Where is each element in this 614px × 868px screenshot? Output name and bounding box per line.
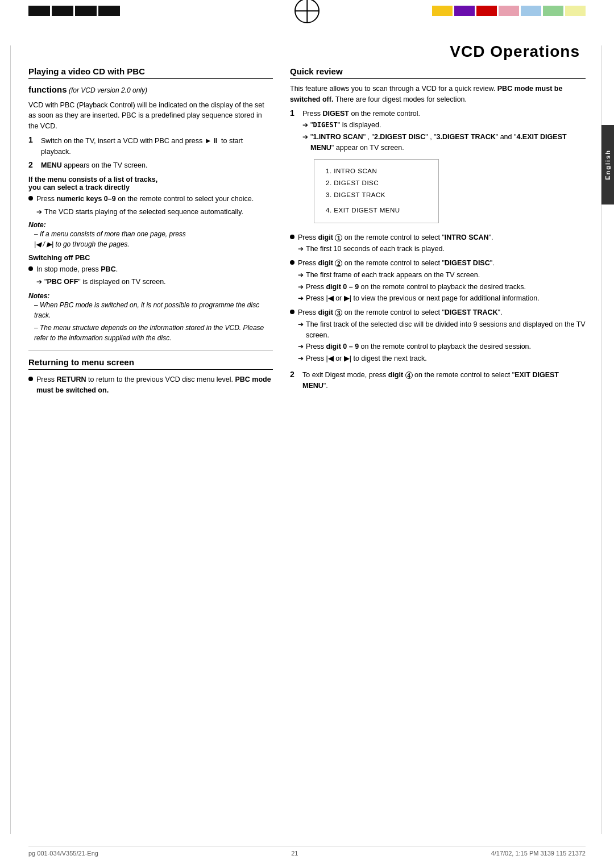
note-text-1: – If a menu consists of more than one pa… <box>28 229 273 249</box>
arrow-digit3a: ➔ The first track of the selected disc w… <box>298 319 586 341</box>
digit-circle-4: 4 <box>405 372 413 379</box>
section-divider <box>28 350 273 350</box>
step-2: 2 MENU appears on the TV screen. <box>28 160 273 171</box>
switching-heading: Switching off PBC <box>28 254 273 262</box>
quick-review-intro: This feature allows you to scan through … <box>290 84 586 105</box>
qr-step-2-num: 2 <box>290 370 298 379</box>
digest-item-2: 2. DIGEST DISC <box>326 177 427 189</box>
functions-italic: (for VCD version 2.0 only) <box>69 86 147 94</box>
note-label-1: Note: <box>28 221 273 229</box>
arrow-digit3c-text: Press |◀ or ▶| to digest the next track. <box>306 353 427 364</box>
step-2-content: MENU appears on the TV screen. <box>41 160 273 171</box>
color-block-pink <box>499 6 519 16</box>
bullet-digit2: Press digit 2 on the remote control to s… <box>290 258 586 305</box>
digest-item-3: 3. DIGEST TRACK <box>326 189 427 201</box>
footer-right: 4/17/02, 1:15 PM 3139 115 21372 <box>491 850 586 857</box>
bullet-digit1: Press digit 1 on the remote control to s… <box>290 232 586 256</box>
arrow-digit1-text: The first 10 seconds of each track is pl… <box>306 244 445 254</box>
left-color-group <box>0 6 120 16</box>
color-block-3 <box>75 6 97 16</box>
language-label: English <box>604 149 611 180</box>
bullet-digit2-content: Press digit 2 on the remote control to s… <box>298 258 586 305</box>
footer: pg 001-034/V355/21-Eng 21 4/17/02, 1:15 … <box>28 846 586 857</box>
crosshair <box>294 0 320 23</box>
arrow-sym-10: ➔ <box>298 341 304 352</box>
digit-circle-2: 2 <box>335 260 342 267</box>
arrow-digit3a-text: The first track of the selected disc wil… <box>306 319 586 341</box>
qr-arrow-digest-options: ➔ "1.INTRO SCAN" , "2.DIGEST DISC" , "3.… <box>302 132 586 153</box>
arrow-pbc-text: "PBC OFF" is displayed on TV screen. <box>44 277 166 287</box>
bullet-dot-d2 <box>290 260 294 265</box>
qr-step-1-num: 1 <box>290 108 298 118</box>
bullet-dot-1 <box>28 196 33 201</box>
page-border-left <box>10 45 11 834</box>
qr-step-1: 1 Press DIGEST on the remote control. ➔ … <box>290 108 586 229</box>
color-block-red <box>476 6 497 16</box>
digest-item-1: 1. INTRO SCAN <box>326 165 427 177</box>
bullet-dot-d3 <box>290 310 294 314</box>
arrow-digit3b-text: Press digit 0 – 9 on the remote control … <box>306 341 531 352</box>
returning-section-title: Returning to menu screen <box>28 357 273 370</box>
step-2-num: 2 <box>28 160 36 169</box>
qr-step-2-content: To exit Digest mode, press digit 4 on th… <box>302 370 586 391</box>
arrow-sym-3: ➔ <box>302 120 308 131</box>
crosshair-circle <box>294 0 320 23</box>
qr-arrow-digest-shown: ➔ "DIGEST" is displayed. <box>302 120 586 131</box>
color-block-lightblue <box>521 6 541 16</box>
digit-circle-3: 3 <box>335 309 342 316</box>
arrow-digit2b: ➔ Press digit 0 – 9 on the remote contro… <box>298 282 586 293</box>
quick-review-title: Quick review <box>290 66 586 79</box>
color-block-purple <box>454 6 475 16</box>
functions-label: functions <box>28 85 67 94</box>
bullet-dot-d1 <box>290 235 294 239</box>
footer-center: 21 <box>291 850 298 857</box>
arrow-sym-7: ➔ <box>298 282 304 293</box>
page-title: VCD Operations <box>450 43 580 60</box>
bullet-dot-2 <box>28 266 33 271</box>
arrow-digit3b: ➔ Press digit 0 – 9 on the remote contro… <box>298 341 586 352</box>
arrow-digit3c: ➔ Press |◀ or ▶| to digest the next trac… <box>298 353 586 364</box>
notes-label-2: Notes: <box>28 292 273 300</box>
arrow-sym-11: ➔ <box>298 353 304 364</box>
bullet-digit3: Press digit 3 on the remote control to s… <box>290 307 586 365</box>
qr-digest-shown-text: "DIGEST" is displayed. <box>310 120 381 131</box>
arrow-digit1: ➔ The first 10 seconds of each track is … <box>298 244 586 254</box>
intro-text: VCD with PBC (Playback Control) will be … <box>28 100 273 132</box>
left-column: Playing a video CD with PBC functions (f… <box>28 66 273 398</box>
arrow-digit2c: ➔ Press |◀ or ▶| to view the previous or… <box>298 293 586 304</box>
bullet-numeric-content: Press numeric keys 0–9 on the remote con… <box>36 194 273 205</box>
playing-section-title: Playing a video CD with PBC <box>28 66 273 79</box>
arrow-digit2a: ➔ The first frame of each track appears … <box>298 270 586 281</box>
color-block-1 <box>28 6 50 16</box>
color-block-lightyellow <box>565 6 586 16</box>
right-column: Quick review This feature allows you to … <box>290 66 586 398</box>
color-strips-row <box>0 6 614 16</box>
digest-menu-box: 1. INTRO SCAN 2. DIGEST DISC 3. DIGEST T… <box>314 159 439 223</box>
bullet-return: Press RETURN to return to the previous V… <box>28 374 273 396</box>
arrow-sym-5: ➔ <box>298 244 304 254</box>
main-content: Playing a video CD with PBC functions (f… <box>0 66 614 398</box>
notes-section-2: Notes: – When PBC mode is switched on, i… <box>28 292 273 343</box>
step-1-num: 1 <box>28 135 36 144</box>
footer-left: pg 001-034/V355/21-Eng <box>28 850 98 857</box>
color-block-yellow <box>432 6 453 16</box>
step-1-content: Switch on the TV, insert a VCD with PBC … <box>41 135 273 157</box>
bullet-dot-3 <box>28 377 33 381</box>
arrow-sym-1: ➔ <box>36 207 42 218</box>
header-wrapper <box>0 0 614 34</box>
qr-digest-options-text: "1.INTRO SCAN" , "2.DIGEST DISC" , "3.DI… <box>310 132 586 153</box>
bullet-pbc-content: In stop mode, press PBC. <box>36 264 273 275</box>
arrow-vcd-text: The VCD starts playing of the selected s… <box>44 207 243 218</box>
digest-item-4: 4. EXIT DIGEST MENU <box>326 205 427 216</box>
bullet-digit1-content: Press digit 1 on the remote control to s… <box>298 232 586 256</box>
arrow-digit2c-text: Press |◀ or ▶| to view the previous or n… <box>306 293 540 304</box>
bullet-digit3-content: Press digit 3 on the remote control to s… <box>298 307 586 365</box>
bullet-return-content: Press RETURN to return to the previous V… <box>36 374 273 396</box>
digit-circle-1: 1 <box>335 234 342 241</box>
arrow-pbc-off: ➔ "PBC OFF" is displayed on TV screen. <box>36 277 273 287</box>
language-sidebar: English <box>601 125 614 205</box>
qr-step-2: 2 To exit Digest mode, press digit 4 on … <box>290 370 586 391</box>
arrow-sym-8: ➔ <box>298 293 304 304</box>
arrow-sym-2: ➔ <box>36 277 42 287</box>
arrow-sym-9: ➔ <box>298 319 304 341</box>
